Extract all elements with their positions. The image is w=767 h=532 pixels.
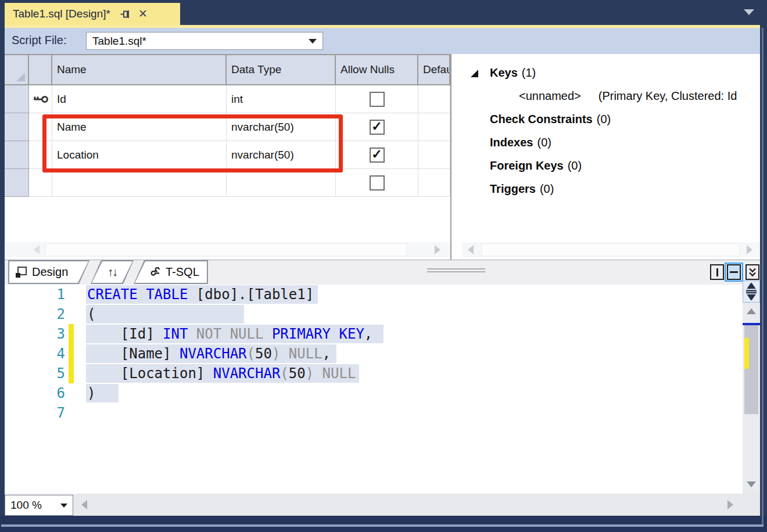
tree-expander-icon[interactable]	[471, 70, 478, 77]
tree-item-primary-key[interactable]: <unnamed>(Primary Key, Clustered: Id	[519, 89, 737, 103]
grid-h-scrollbar-thumb[interactable]	[45, 243, 407, 256]
tree-item-indexes[interactable]: Indexes(0)	[490, 136, 551, 149]
scroll-right-icon[interactable]	[727, 500, 733, 509]
panel-h-scrollbar-thumb[interactable]	[482, 243, 740, 256]
swap-panes-button[interactable]: ↑↓	[91, 260, 134, 284]
line-number: 6	[5, 383, 65, 403]
double-chevron-down-icon	[748, 267, 757, 277]
cell-default[interactable]	[418, 141, 450, 169]
scroll-left-icon[interactable]	[34, 245, 40, 254]
cell-allow-nulls: ✓	[336, 113, 418, 141]
code-line[interactable]: 4 [Name] NVARCHAR(50) NULL,	[5, 344, 743, 364]
line-number: 3	[5, 324, 65, 344]
scrollbar-change-marker	[744, 338, 749, 369]
cell-default[interactable]	[418, 113, 450, 141]
cell-data-type[interactable]: nvarchar(50)	[227, 141, 336, 169]
column-header-default[interactable]: Default	[418, 55, 450, 85]
document-well-dropdown-icon[interactable]	[744, 9, 754, 15]
scroll-down-icon[interactable]	[747, 481, 756, 487]
document-tab-title: Table1.sql [Design]*	[13, 8, 110, 20]
chevron-down-icon	[60, 504, 67, 508]
document-tab[interactable]: Table1.sql [Design]* ✕	[5, 3, 180, 25]
cell-allow-nulls	[336, 169, 418, 197]
cell-default[interactable]	[418, 85, 450, 113]
code-text: (	[87, 304, 95, 324]
scroll-left-icon[interactable]	[468, 245, 474, 254]
context-panel: Keys(1) <unnamed>(Primary Key, Clustered…	[451, 54, 760, 260]
pin-icon[interactable]	[120, 9, 130, 19]
editor-splitter-button[interactable]	[743, 281, 760, 303]
code-line[interactable]: 5 [Location] NVARCHAR(50) NULL	[5, 364, 743, 383]
line-number: 4	[5, 344, 65, 364]
zoom-level-combo[interactable]: 100 %	[5, 495, 73, 516]
code-line[interactable]: 1CREATE TABLE [dbo].[Table1]	[5, 285, 743, 304]
allow-nulls-checkbox[interactable]	[370, 92, 385, 107]
row-selector[interactable]	[5, 113, 29, 141]
cell-name[interactable]: Location	[52, 141, 227, 169]
split-horizontal-button[interactable]	[725, 263, 743, 282]
close-icon[interactable]: ✕	[138, 9, 148, 19]
scroll-right-icon[interactable]	[435, 245, 440, 254]
script-file-combo-value: Table1.sql*	[92, 35, 309, 48]
tab-design[interactable]: Design	[8, 260, 89, 284]
split-vertical-button[interactable]	[710, 264, 724, 280]
line-number: 2	[5, 304, 65, 324]
cell-allow-nulls	[336, 85, 418, 113]
zoom-level-value: 100 %	[10, 499, 60, 512]
cell-default[interactable]	[418, 169, 450, 197]
key-cell	[29, 141, 52, 169]
scroll-left-icon[interactable]	[81, 500, 87, 509]
table-designer-window: Table1.sql [Design]* ✕ Script File: Tabl…	[0, 0, 767, 532]
row-selector[interactable]	[5, 85, 29, 113]
scroll-up-icon[interactable]	[747, 308, 756, 314]
allow-nulls-checkbox[interactable]: ✓	[370, 120, 385, 135]
script-file-combo[interactable]: Table1.sql*	[86, 32, 323, 50]
select-all-corner-cell[interactable]	[5, 55, 29, 85]
cell-name[interactable]: Id	[52, 85, 227, 113]
tree-item-foreign-keys[interactable]: Foreign Keys(0)	[490, 159, 582, 172]
allow-nulls-checkbox[interactable]: ✓	[370, 148, 385, 163]
key-column-header[interactable]	[29, 55, 52, 85]
column-header-data-type[interactable]: Data Type	[227, 55, 336, 85]
code-line[interactable]: 2(	[5, 304, 743, 324]
code-line[interactable]: 3 [Id] INT NOT NULL PRIMARY KEY,	[5, 324, 743, 344]
cell-name[interactable]: Name	[52, 113, 227, 141]
change-tracking-bar	[69, 324, 74, 344]
tab-tsql[interactable]: T-SQL	[134, 260, 208, 284]
code-line[interactable]: 6)	[5, 383, 743, 403]
code-text: [Name] NVARCHAR(50) NULL,	[87, 344, 331, 364]
panel-h-scrollbar[interactable]	[462, 242, 760, 257]
code-text: [Location] NVARCHAR(50) NULL	[87, 364, 356, 383]
collapse-pane-button[interactable]	[746, 264, 759, 280]
scrollbar-caret-marker	[743, 323, 760, 325]
row-selector[interactable]	[5, 169, 29, 197]
cell-data-type[interactable]: nvarchar(50)	[227, 113, 336, 141]
swap-panes-icon: ↑↓	[107, 265, 117, 279]
code-text: [Id] INT NOT NULL PRIMARY KEY,	[87, 324, 372, 344]
pane-splitter-grip[interactable]	[427, 268, 485, 272]
table-row: Name nvarchar(50) ✓	[5, 113, 450, 141]
cell-data-type[interactable]	[227, 169, 336, 197]
primary-key-cell	[29, 85, 52, 113]
editor-bottom-bar	[5, 494, 760, 516]
tree-item-check-constraints[interactable]: Check Constraints(0)	[490, 113, 611, 126]
code-line[interactable]: 7	[5, 403, 743, 423]
window-border	[762, 28, 764, 526]
column-header-allow-nulls[interactable]: Allow Nulls	[336, 55, 418, 85]
grid-h-scrollbar[interactable]	[6, 242, 450, 257]
row-selector[interactable]	[5, 141, 29, 169]
cell-name[interactable]	[52, 169, 227, 197]
allow-nulls-checkbox[interactable]	[370, 175, 385, 190]
code-text: )	[87, 383, 95, 403]
cell-data-type[interactable]: int	[227, 85, 336, 113]
scroll-right-icon[interactable]	[747, 245, 752, 254]
tree-item-keys[interactable]: Keys(1)	[490, 66, 536, 80]
code-editor[interactable]: 1CREATE TABLE [dbo].[Table1]2(3 [Id] INT…	[5, 285, 743, 494]
cell-allow-nulls: ✓	[336, 141, 418, 169]
change-tracking-bar	[69, 364, 74, 383]
columns-grid: Name Data Type Allow Nulls Default Id in…	[5, 54, 450, 260]
tree-item-triggers[interactable]: Triggers(0)	[490, 182, 554, 196]
code-text: CREATE TABLE [dbo].[Table1]	[87, 285, 314, 304]
column-header-name[interactable]: Name	[52, 55, 227, 85]
table-row: Location nvarchar(50) ✓	[5, 141, 450, 169]
